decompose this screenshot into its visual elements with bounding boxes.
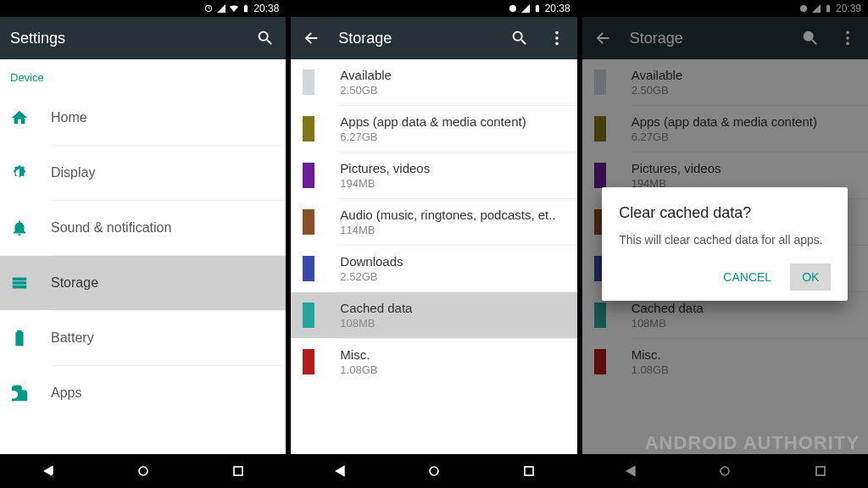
color-swatch [303, 209, 314, 235]
phone-storage-dialog: 20:39 Storage Available2.50GBApps (app d… [582, 0, 868, 488]
cancel-button[interactable]: CANCEL [711, 263, 783, 291]
home-nav-icon[interactable] [426, 463, 442, 480]
storage-item-value: 108MB [340, 317, 412, 330]
dialog-body: This will clear cached data for all apps… [619, 232, 831, 249]
storage-item-label: Pictures, videos [340, 161, 430, 175]
alarm-icon [508, 3, 518, 14]
nav-bar [291, 454, 576, 488]
phone-settings: 20:38 Settings Device Home Display Sound… [0, 0, 286, 488]
watermark-text: ANDROID AUTHORITY [645, 432, 860, 454]
status-bar: 20:38 [291, 0, 576, 17]
svg-rect-1 [234, 467, 242, 475]
settings-item-storage[interactable]: Storage [0, 256, 286, 310]
storage-item[interactable]: Audio (music, ringtones, podcasts, et..1… [291, 199, 576, 245]
nav-bar [0, 454, 286, 488]
storage-list: Available2.50GBApps (app data & media co… [291, 59, 576, 454]
svg-point-3 [555, 36, 559, 40]
page-title: Settings [10, 30, 238, 47]
storage-item-label: Cached data [340, 301, 412, 315]
status-time: 20:38 [253, 3, 279, 14]
back-icon[interactable] [301, 28, 321, 48]
recent-nav-icon[interactable] [230, 463, 247, 480]
storage-item-value: 2.50GB [340, 84, 392, 97]
storage-item[interactable]: Cached data108MB [291, 292, 576, 338]
battery-icon [533, 3, 542, 14]
bell-icon [10, 219, 51, 237]
storage-item[interactable]: Pictures, videos194MB [291, 152, 576, 198]
alarm-icon [203, 3, 214, 14]
svg-point-5 [430, 467, 438, 475]
settings-item-home[interactable]: Home [0, 91, 286, 145]
storage-item-label: Misc. [340, 347, 377, 362]
back-nav-icon[interactable] [331, 463, 348, 480]
storage-item-label: Apps (app data & media content) [340, 114, 526, 129]
recent-nav-icon[interactable] [520, 463, 537, 480]
search-icon[interactable] [509, 28, 530, 48]
settings-item-apps[interactable]: Apps [0, 366, 286, 420]
storage-item-label: Audio (music, ringtones, podcasts, et.. [340, 208, 555, 222]
storage-item[interactable]: Apps (app data & media content)6.27GB [291, 106, 576, 152]
color-swatch [303, 163, 314, 188]
storage-item-label: Downloads [340, 254, 403, 269]
storage-item-value: 1.08GB [340, 363, 377, 376]
color-swatch [303, 116, 314, 141]
app-bar: Storage [291, 17, 576, 59]
settings-item-display[interactable]: Display [0, 146, 286, 200]
svg-rect-6 [525, 467, 533, 475]
battery-icon [10, 329, 51, 347]
battery-icon [242, 3, 250, 14]
storage-item-label: Available [340, 68, 392, 82]
dialog-scrim[interactable]: Clear cached data? This will clear cache… [582, 0, 868, 488]
svg-point-0 [139, 467, 147, 475]
page-title: Storage [338, 30, 492, 47]
overflow-icon[interactable] [547, 28, 567, 48]
home-nav-icon[interactable] [135, 463, 152, 480]
storage-icon [10, 274, 51, 292]
settings-item-battery[interactable]: Battery [0, 311, 286, 365]
search-icon[interactable] [255, 28, 275, 48]
storage-item[interactable]: Available2.50GB [291, 59, 576, 105]
app-bar: Settings [0, 17, 286, 59]
color-swatch [303, 256, 314, 281]
storage-item-value: 6.27GB [340, 130, 526, 143]
ok-button[interactable]: OK [790, 263, 831, 291]
apps-icon [10, 384, 51, 402]
settings-item-sound[interactable]: Sound & notification [0, 201, 286, 255]
settings-list: Device Home Display Sound & notification… [0, 59, 286, 454]
brightness-icon [10, 164, 51, 182]
status-time: 20:38 [545, 3, 570, 14]
phone-storage: 20:38 Storage Available2.50GBApps (app d… [291, 0, 576, 488]
svg-point-2 [555, 31, 559, 35]
svg-point-4 [555, 42, 559, 46]
color-swatch [303, 349, 314, 374]
status-bar: 20:38 [0, 0, 286, 17]
storage-item[interactable]: Misc.1.08GB [291, 339, 576, 385]
color-swatch [303, 69, 314, 95]
dialog-title: Clear cached data? [619, 204, 831, 222]
home-icon [10, 108, 51, 127]
storage-item-value: 194MB [340, 177, 430, 190]
watermark-logo: MANA APK [5, 473, 54, 483]
storage-item-value: 114MB [340, 224, 555, 236]
section-header-device: Device [0, 59, 286, 91]
signal-icon [216, 3, 226, 14]
storage-item-value: 2.52GB [340, 270, 403, 283]
storage-item[interactable]: Downloads2.52GB [291, 246, 576, 291]
signal-icon [520, 3, 531, 14]
clear-cache-dialog: Clear cached data? This will clear cache… [602, 187, 848, 302]
wifi-icon [229, 3, 239, 14]
color-swatch [303, 302, 314, 328]
